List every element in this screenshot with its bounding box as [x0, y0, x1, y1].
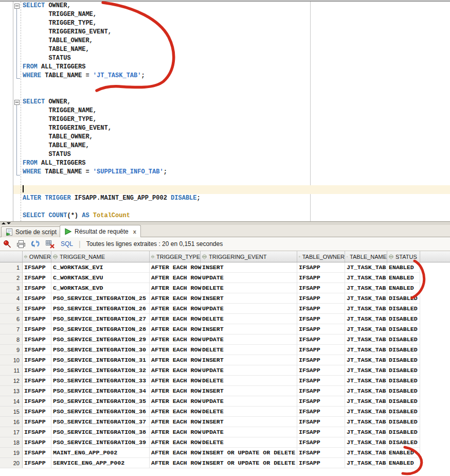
data-cell[interactable]: IFSAPP: [297, 407, 345, 417]
data-cell[interactable]: DISABLED: [387, 345, 420, 355]
data-cell[interactable]: AFTER EACH ROW: [150, 345, 201, 355]
data-cell[interactable]: PSO_SERVICE_INTEGRATION_26: [51, 304, 150, 314]
data-cell[interactable]: DISABLED: [387, 376, 420, 386]
column-header-triggering_event[interactable]: TRIGGERING_EVENT: [201, 251, 297, 262]
data-cell[interactable]: IFSAPP: [23, 376, 51, 386]
data-cell[interactable]: AFTER EACH ROW: [150, 437, 201, 448]
data-cell[interactable]: PSO_SERVICE_INTEGRATION_37: [51, 417, 150, 427]
data-cell[interactable]: JT_TASK_TAB: [345, 324, 387, 334]
data-cell[interactable]: PSO_SERVICE_INTEGRATION_39: [51, 437, 150, 448]
data-cell[interactable]: AFTER EACH ROW: [150, 376, 201, 386]
data-cell[interactable]: AFTER EACH ROW: [150, 448, 201, 458]
print-icon[interactable]: [16, 240, 26, 249]
data-cell[interactable]: DISABLED: [387, 324, 420, 334]
data-cell[interactable]: JT_TASK_TAB: [345, 355, 387, 365]
data-cell[interactable]: JT_TASK_TAB: [345, 458, 387, 468]
row-number-header[interactable]: [0, 251, 23, 262]
data-cell[interactable]: JT_TASK_TAB: [345, 386, 387, 396]
code-line[interactable]: ALTER TRIGGER IFSAPP.MAINT_ENG_APP_P002 …: [13, 194, 450, 203]
code-line[interactable]: [13, 89, 450, 98]
code-line[interactable]: TRIGGER_TYPE,: [13, 19, 450, 28]
column-header-table_owner[interactable]: TABLE_OWNER: [297, 251, 345, 262]
splitter-collapse-down-icon[interactable]: [7, 222, 11, 224]
data-cell[interactable]: AFTER EACH ROW: [150, 417, 201, 427]
code-line[interactable]: TRIGGER_NAME,: [13, 107, 450, 115]
code-line[interactable]: [13, 203, 450, 211]
row-number-cell[interactable]: 9: [0, 345, 23, 355]
code-line[interactable]: [13, 177, 450, 185]
row-number-cell[interactable]: 16: [0, 417, 23, 427]
data-cell[interactable]: DISABLED: [387, 314, 420, 324]
data-cell[interactable]: IFSAPP: [23, 365, 51, 376]
data-cell[interactable]: JT_TASK_TAB: [345, 448, 387, 458]
data-cell[interactable]: JT_TASK_TAB: [345, 345, 387, 355]
row-number-cell[interactable]: 8: [0, 334, 23, 345]
data-cell[interactable]: ENABLED: [387, 458, 420, 468]
code-line[interactable]: STATUS: [13, 150, 450, 159]
data-cell[interactable]: AFTER EACH ROW: [150, 458, 201, 468]
data-cell[interactable]: JT_TASK_TAB: [345, 365, 387, 376]
data-cell[interactable]: AFTER EACH ROW: [150, 304, 201, 314]
data-cell[interactable]: IFSAPP: [297, 283, 345, 293]
row-number-cell[interactable]: 20: [0, 458, 23, 468]
column-header-trigger_type[interactable]: TRIGGER_TYPE: [150, 251, 201, 262]
data-cell[interactable]: DELETE: [201, 314, 297, 324]
data-cell[interactable]: IFSAPP: [297, 386, 345, 396]
row-number-cell[interactable]: 5: [0, 304, 23, 314]
row-number-cell[interactable]: 17: [0, 427, 23, 437]
data-cell[interactable]: IFSAPP: [23, 345, 51, 355]
data-cell[interactable]: PSO_SERVICE_INTEGRATION_27: [51, 314, 150, 324]
data-cell[interactable]: AFTER EACH ROW: [150, 273, 201, 283]
data-cell[interactable]: IFSAPP: [23, 437, 51, 448]
data-cell[interactable]: IFSAPP: [297, 334, 345, 345]
data-cell[interactable]: C_WORKTASK_EVI: [51, 262, 150, 273]
row-number-cell[interactable]: 1: [0, 262, 23, 273]
data-cell[interactable]: AFTER EACH ROW: [150, 407, 201, 417]
data-cell[interactable]: JT_TASK_TAB: [345, 417, 387, 427]
row-number-cell[interactable]: 10: [0, 355, 23, 365]
data-cell[interactable]: AFTER EACH ROW: [150, 262, 201, 273]
data-cell[interactable]: AFTER EACH ROW: [150, 396, 201, 407]
data-cell[interactable]: IFSAPP: [23, 448, 51, 458]
tab-script-output[interactable]: Sortie de script x: [1, 226, 69, 237]
clear-grid-icon[interactable]: [45, 240, 55, 249]
code-line[interactable]: TRIGGERING_EVENT,: [13, 124, 450, 133]
tab-close-icon[interactable]: x: [133, 228, 136, 235]
data-cell[interactable]: ENABLED: [387, 448, 420, 458]
data-cell[interactable]: PSO_SERVICE_INTEGRATION_36: [51, 407, 150, 417]
data-cell[interactable]: IFSAPP: [23, 417, 51, 427]
row-number-cell[interactable]: 14: [0, 396, 23, 407]
data-cell[interactable]: IFSAPP: [23, 386, 51, 396]
data-cell[interactable]: DISABLED: [387, 417, 420, 427]
data-cell[interactable]: INSERT: [201, 262, 297, 273]
data-cell[interactable]: PSO_SERVICE_INTEGRATION_31: [51, 355, 150, 365]
row-number-cell[interactable]: 15: [0, 407, 23, 417]
row-number-cell[interactable]: 4: [0, 293, 23, 304]
data-cell[interactable]: IFSAPP: [297, 293, 345, 304]
data-cell[interactable]: DISABLED: [387, 386, 420, 396]
data-cell[interactable]: IFSAPP: [297, 437, 345, 448]
refresh-icon[interactable]: [30, 239, 41, 249]
data-cell[interactable]: IFSAPP: [23, 334, 51, 345]
code-line[interactable]: WHERE TABLE_NAME = 'JT_TASK_TAB';: [13, 72, 450, 80]
data-cell[interactable]: JT_TASK_TAB: [345, 273, 387, 283]
code-fold-collapse-icon[interactable]: [14, 100, 20, 105]
row-number-cell[interactable]: 19: [0, 448, 23, 458]
editor-cursor-line[interactable]: [13, 185, 450, 194]
data-cell[interactable]: ENABLED: [387, 283, 420, 293]
data-cell[interactable]: IFSAPP: [297, 417, 345, 427]
data-cell[interactable]: IFSAPP: [297, 448, 345, 458]
code-line[interactable]: STATUS: [13, 54, 450, 63]
code-line[interactable]: TABLE_OWNER,: [13, 37, 450, 45]
code-line[interactable]: SELECT OWNER,: [13, 2, 450, 10]
data-cell[interactable]: DISABLED: [387, 365, 420, 376]
data-cell[interactable]: DELETE: [201, 345, 297, 355]
data-cell[interactable]: JT_TASK_TAB: [345, 427, 387, 437]
code-line[interactable]: TRIGGER_TYPE,: [13, 115, 450, 124]
data-cell[interactable]: DISABLED: [387, 407, 420, 417]
data-cell[interactable]: PSO_SERVICE_INTEGRATION_29: [51, 334, 150, 345]
data-cell[interactable]: IFSAPP: [297, 365, 345, 376]
data-cell[interactable]: IFSAPP: [297, 304, 345, 314]
data-cell[interactable]: JT_TASK_TAB: [345, 407, 387, 417]
data-cell[interactable]: AFTER EACH ROW: [150, 427, 201, 437]
